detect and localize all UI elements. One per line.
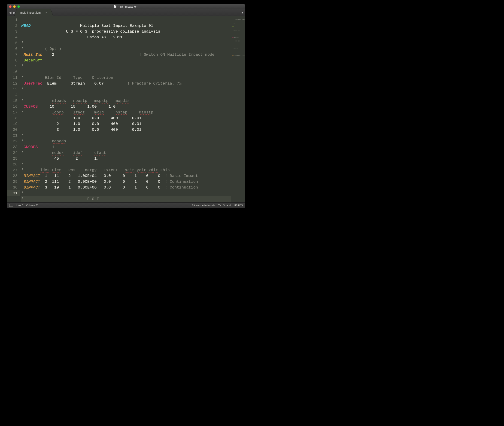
editor-area: 1234567891011121314151617181920212223242…	[7, 16, 245, 202]
titlebar: mult_impact.fem	[7, 4, 245, 9]
status-syntax[interactable]: USFOS	[234, 204, 243, 207]
nav-back-button[interactable]: ◀	[8, 11, 12, 15]
token-head: HEAD	[21, 24, 31, 28]
token-cusfos: CUSFOS	[21, 104, 38, 109]
status-cursor-position[interactable]: Line 31, Column 63	[16, 204, 38, 207]
minimap[interactable]: HEAD Multiple Boat Impact Example 01 U S…	[231, 16, 245, 202]
token-cnodes: CNODES	[21, 145, 38, 149]
tab-active[interactable]: mult_impact.fem ×	[18, 9, 50, 16]
line-number-gutter[interactable]: 1234567891011121314151617181920212223242…	[7, 16, 20, 202]
document-icon	[114, 5, 116, 8]
token-bimpact: BIMPACT	[21, 185, 40, 190]
window-title: mult_impact.fem	[7, 5, 245, 8]
status-bar: Line 31, Column 63 19 misspelled words T…	[7, 202, 245, 208]
tab-label: mult_impact.fem	[20, 11, 41, 14]
token-bimpact: BIMPACT	[21, 174, 40, 178]
minimize-window-button[interactable]	[13, 5, 16, 8]
code-editor[interactable]: HEAD Multiple Boat Impact Example 01 U S…	[20, 16, 231, 202]
tabs-dropdown-button[interactable]: ▼	[240, 9, 245, 16]
panel-toggle-icon[interactable]	[9, 204, 13, 207]
tab-close-button[interactable]: ×	[45, 11, 47, 14]
close-window-button[interactable]	[9, 5, 12, 8]
traffic-lights	[7, 5, 20, 8]
token-bimpact: BIMPACT	[21, 179, 40, 184]
status-tabsize[interactable]: Tab Size: 4	[218, 204, 231, 207]
token-mult-imp: Mult_Imp	[21, 52, 43, 57]
editor-window: mult_impact.fem ◀ ▶ mult_impact.fem × ▼ …	[7, 4, 245, 208]
window-title-text: mult_impact.fem	[118, 5, 138, 8]
token-userfrac: UserFrac	[21, 81, 43, 86]
zoom-window-button[interactable]	[17, 5, 20, 8]
tab-row: ◀ ▶ mult_impact.fem × ▼	[7, 9, 245, 16]
status-spell[interactable]: 19 misspelled words	[192, 204, 215, 207]
token-deteroff: DeterOff	[21, 58, 43, 63]
